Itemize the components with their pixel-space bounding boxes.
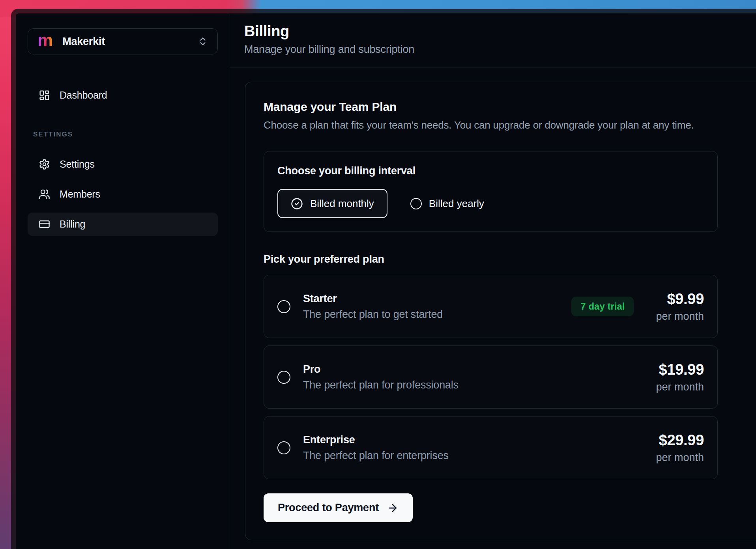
proceed-to-payment-button[interactable]: Proceed to Payment	[264, 493, 413, 522]
plan-row-starter[interactable]: Starter The perfect plan to get started …	[264, 275, 718, 338]
sidebar: m Makerkit Dashboard SETTINGS Settings	[16, 13, 230, 549]
team-plan-card: Manage your Team Plan Choose a plan that…	[245, 82, 756, 540]
plan-info: Starter The perfect plan to get started	[303, 293, 443, 321]
arrow-right-icon	[387, 502, 399, 514]
chevrons-up-down-icon	[198, 36, 208, 47]
proceed-to-payment-label: Proceed to Payment	[278, 502, 379, 514]
plan-pricing: $19.99 per month	[656, 361, 704, 393]
circle-check-icon	[291, 198, 303, 210]
sidebar-item-label: Dashboard	[60, 90, 107, 101]
pick-plan-label: Pick your preferred plan	[264, 253, 756, 265]
plan-period: per month	[656, 452, 704, 464]
workspace-name: Makerkit	[62, 35, 105, 48]
price-block: $29.99 per month	[656, 432, 704, 464]
credit-card-icon	[39, 218, 50, 230]
users-icon	[39, 189, 50, 200]
sidebar-nav: Dashboard SETTINGS Settings Members B	[28, 84, 218, 243]
plan-price: $9.99	[667, 291, 704, 308]
dashboard-icon	[39, 90, 50, 101]
plan-description: The perfect plan for professionals	[303, 379, 458, 391]
plan-row-pro[interactable]: Pro The perfect plan for professionals $…	[264, 345, 718, 409]
plan-pricing: $29.99 per month	[656, 432, 704, 464]
sidebar-item-members[interactable]: Members	[28, 183, 218, 206]
main-content: Billing Manage your billing and subscrip…	[230, 13, 756, 549]
sidebar-item-label: Settings	[60, 159, 95, 170]
page-content: Manage your Team Plan Choose a plan that…	[230, 67, 756, 549]
billing-interval-label: Choose your billing interval	[277, 165, 704, 177]
plan-info: Enterprise The perfect plan for enterpri…	[303, 434, 449, 462]
plan-pricing: 7 day trial $9.99 per month	[571, 291, 704, 323]
sidebar-item-settings[interactable]: Settings	[28, 153, 218, 176]
radio-circle-icon[interactable]	[277, 300, 290, 313]
workspace-selector[interactable]: m Makerkit	[28, 28, 218, 54]
sidebar-item-label: Members	[60, 189, 100, 200]
plan-description: The perfect plan to get started	[303, 308, 443, 321]
price-block: $9.99 per month	[656, 291, 704, 323]
plan-period: per month	[656, 381, 704, 393]
page-subtitle: Manage your billing and subscription	[244, 43, 745, 56]
sidebar-item-label: Billing	[60, 218, 85, 230]
billing-interval-options: Billed monthly Billed yearly	[277, 189, 704, 218]
page-title: Billing	[244, 23, 745, 40]
card-description: Choose a plan that fits your team's need…	[264, 119, 756, 131]
app-window: m Makerkit Dashboard SETTINGS Settings	[11, 9, 756, 549]
plan-name: Enterprise	[303, 434, 449, 446]
gear-icon	[39, 159, 50, 170]
radio-circle-icon	[410, 198, 422, 209]
billing-interval-box: Choose your billing interval Billed mont…	[264, 151, 718, 232]
sidebar-item-billing[interactable]: Billing	[28, 213, 218, 236]
plan-period: per month	[656, 310, 704, 323]
price-block: $19.99 per month	[656, 361, 704, 393]
billed-yearly-label: Billed yearly	[429, 198, 484, 210]
billed-monthly-option[interactable]: Billed monthly	[277, 189, 387, 218]
card-title: Manage your Team Plan	[264, 100, 756, 114]
plan-name: Starter	[303, 293, 443, 305]
sidebar-item-dashboard[interactable]: Dashboard	[28, 84, 218, 107]
radio-circle-icon[interactable]	[277, 441, 290, 454]
radio-circle-icon[interactable]	[277, 371, 290, 384]
makerkit-logo: m	[37, 32, 53, 49]
billed-monthly-label: Billed monthly	[310, 198, 374, 210]
plan-price: $19.99	[659, 361, 704, 378]
trial-badge: 7 day trial	[571, 297, 634, 316]
plan-name: Pro	[303, 363, 458, 375]
plan-price: $29.99	[659, 432, 704, 449]
plan-description: The perfect plan for enterprises	[303, 450, 449, 462]
billed-yearly-option[interactable]: Billed yearly	[410, 198, 484, 210]
plan-row-enterprise[interactable]: Enterprise The perfect plan for enterpri…	[264, 416, 718, 479]
plan-info: Pro The perfect plan for professionals	[303, 363, 458, 391]
sidebar-section-settings: SETTINGS	[28, 131, 218, 138]
page-header: Billing Manage your billing and subscrip…	[230, 13, 756, 67]
